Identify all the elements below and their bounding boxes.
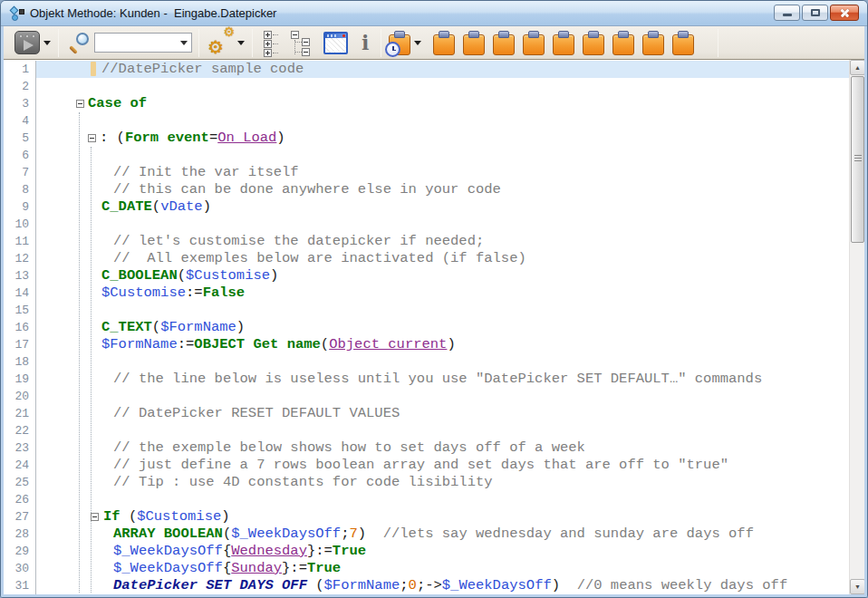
code-line[interactable]: 15 — [4, 302, 864, 319]
code-line[interactable]: 26 — [4, 491, 864, 508]
code-text[interactable]: //DatePicker sample code — [36, 61, 864, 78]
code-line[interactable]: 25// Tip : use 4D constants for code lis… — [4, 474, 864, 491]
code-text[interactable]: C_DATE(vDate) — [36, 198, 864, 216]
maximize-icon — [811, 9, 820, 16]
code-line[interactable]: 14$Customise:=False — [4, 285, 864, 302]
search-combobox[interactable] — [94, 33, 192, 53]
code-text[interactable] — [36, 353, 864, 371]
fold-toggle-icon[interactable] — [88, 134, 96, 142]
code-text[interactable] — [36, 302, 864, 319]
code-line[interactable]: 31DatePicker SET DAYS OFF ($FormName;0;-… — [4, 577, 864, 594]
code-text[interactable] — [36, 491, 864, 508]
code-text[interactable]: If ($Customise) — [36, 508, 864, 526]
information-button[interactable]: i — [362, 31, 369, 54]
expand-all-button[interactable] — [264, 30, 280, 56]
code-line[interactable]: 30$_WeekDaysOff{Sunday}:=True — [4, 560, 864, 577]
collapse-all-button[interactable] — [291, 30, 313, 56]
code-line[interactable]: 29$_WeekDaysOff{Wednesday}:=True — [4, 543, 864, 560]
scroll-up-button[interactable]: ▲ — [850, 60, 864, 75]
clipboard-button[interactable] — [463, 31, 485, 55]
fold-toggle-icon[interactable] — [91, 513, 99, 521]
code-text[interactable]: // the exemple below shows how to set da… — [36, 439, 864, 457]
clipboard-button[interactable] — [672, 31, 694, 55]
clipboard-button[interactable] — [642, 31, 664, 55]
fold-toggle-icon[interactable] — [76, 100, 84, 108]
code-line[interactable]: 9C_DATE(vDate) — [4, 198, 864, 216]
code-text[interactable] — [36, 112, 864, 130]
minimize-icon — [783, 14, 792, 16]
code-text[interactable] — [36, 388, 864, 405]
code-text[interactable] — [36, 147, 864, 164]
clipboard-button[interactable] — [523, 31, 545, 55]
code-line[interactable]: 12// All exemples below are inactivated … — [4, 250, 864, 267]
clipboard-button[interactable] — [612, 31, 634, 55]
code-text[interactable]: $_WeekDaysOff{Wednesday}:=True — [36, 543, 864, 560]
code-line[interactable]: 13C_BOOLEAN($Customise) — [4, 267, 864, 285]
execute-method-button[interactable] — [4, 31, 51, 54]
form-window-button[interactable] — [323, 32, 348, 54]
code-line[interactable]: 22 — [4, 422, 864, 439]
code-line[interactable]: 10 — [4, 216, 864, 233]
code-line[interactable]: 8// this can be done anywhere else in yo… — [4, 181, 864, 198]
code-line[interactable]: 7// Init the var itself — [4, 164, 864, 181]
code-line[interactable]: 17$FormName:=OBJECT Get name(Object curr… — [4, 336, 864, 353]
clipboard-button[interactable] — [493, 31, 515, 55]
clipboard-button[interactable] — [583, 31, 604, 55]
code-text[interactable]: DatePicker SET DAYS OFF ($FormName;0;->$… — [36, 577, 864, 594]
clipboard-button[interactable] — [433, 31, 455, 55]
code-text[interactable]: ARRAY BOOLEAN($_WeekDaysOff;7) //lets sa… — [36, 526, 864, 543]
code-line[interactable]: 23// the exemple below shows how to set … — [4, 439, 864, 457]
code-text[interactable]: // the line below is useless until you u… — [36, 371, 864, 388]
code-text[interactable]: Case of — [36, 95, 864, 112]
search-icon — [67, 31, 91, 54]
code-text[interactable]: C_BOOLEAN($Customise) — [36, 267, 864, 285]
code-text[interactable]: // DatePicker RESET DEFAULT VALUES — [36, 405, 864, 422]
vertical-scrollbar[interactable]: ▲ ▼ — [849, 60, 864, 594]
code-text[interactable]: // this can be done anywhere else in you… — [36, 181, 864, 198]
code-text[interactable]: // Init the var itself — [36, 164, 864, 181]
code-text[interactable]: // just define a 7 rows boolean array an… — [36, 457, 864, 474]
code-text[interactable]: C_TEXT($FormName) — [36, 319, 864, 336]
scroll-down-button[interactable]: ▼ — [850, 579, 864, 594]
code-text[interactable]: $Customise:=False — [36, 285, 864, 302]
code-text[interactable]: // let's customise the datepicker if nee… — [36, 233, 864, 250]
code-line[interactable]: 2 — [4, 78, 864, 95]
clipboard-dropdown-arrow-icon[interactable] — [414, 41, 421, 45]
method-settings-button[interactable]: ⚙⚙ — [199, 30, 245, 55]
code-line[interactable]: 4 — [4, 112, 864, 130]
line-number: 3 — [4, 95, 36, 112]
code-line[interactable]: 20 — [4, 388, 864, 405]
maximize-button[interactable] — [802, 5, 828, 21]
settings-dropdown-arrow-icon[interactable] — [237, 41, 245, 45]
code-line[interactable]: 27If ($Customise) — [4, 508, 864, 526]
scrollbar-thumb[interactable] — [851, 76, 864, 243]
clipboard-history-button[interactable] — [381, 31, 421, 55]
code-text[interactable]: $_WeekDaysOff{Sunday}:=True — [36, 560, 864, 577]
code-text[interactable] — [36, 422, 864, 439]
line-number: 4 — [4, 112, 36, 130]
code-line[interactable]: 21// DatePicker RESET DEFAULT VALUES — [4, 405, 864, 422]
code-text[interactable]: // Tip : use 4D constants for code lisib… — [36, 474, 864, 491]
code-line[interactable]: 24// just define a 7 rows boolean array … — [4, 457, 864, 474]
code-text[interactable] — [36, 78, 864, 95]
code-line[interactable]: 19// the line below is useless until you… — [4, 371, 864, 388]
code-text[interactable]: : (Form event=On Load) — [36, 130, 864, 147]
code-line[interactable]: 28ARRAY BOOLEAN($_WeekDaysOff;7) //lets … — [4, 526, 864, 543]
code-text[interactable]: $FormName:=OBJECT Get name(Object curren… — [36, 336, 864, 353]
search-input[interactable] — [95, 34, 177, 51]
search-dropdown-button[interactable] — [177, 34, 191, 52]
code-line[interactable]: 18 — [4, 353, 864, 371]
code-line[interactable]: 1//DatePicker sample code — [4, 61, 864, 78]
code-line[interactable]: 16C_TEXT($FormName) — [4, 319, 864, 336]
close-button[interactable] — [830, 5, 859, 21]
code-text[interactable]: // All exemples below are inactivated (i… — [36, 250, 864, 267]
minimize-button[interactable] — [774, 5, 800, 21]
code-editor[interactable]: 1//DatePicker sample code23Case of45: (F… — [4, 60, 864, 594]
code-text[interactable] — [36, 216, 864, 233]
code-line[interactable]: 5: (Form event=On Load) — [4, 130, 864, 147]
code-line[interactable]: 3Case of — [4, 95, 864, 112]
code-line[interactable]: 11// let's customise the datepicker if n… — [4, 233, 864, 250]
code-line[interactable]: 6 — [4, 147, 864, 164]
clipboard-button[interactable] — [553, 31, 574, 55]
execute-dropdown-arrow-icon[interactable] — [43, 41, 51, 45]
